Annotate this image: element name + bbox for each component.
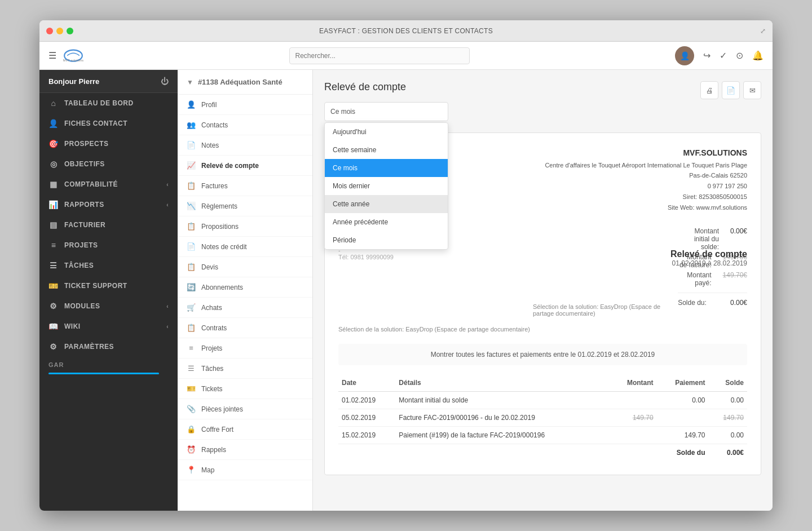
svg-text:MVF solutions: MVF solutions: [63, 59, 83, 62]
nav-item-achats[interactable]: 🛒 Achats: [178, 298, 312, 318]
nav-item-contrats[interactable]: 📋 Contrats: [178, 318, 312, 338]
email-button[interactable]: ✉: [743, 81, 761, 99]
dropdown-option-mois-dernier[interactable]: Mois dernier: [325, 177, 448, 195]
sidebar-item-fiches-contact[interactable]: 👤 FICHES CONTACT: [39, 113, 178, 134]
sidebar-item-objectifs[interactable]: ◎ OBJECTIFS: [39, 154, 178, 174]
sidebar-label-ticket-support: TICKET SUPPORT: [64, 282, 127, 290]
export-icon: 📄: [726, 86, 735, 95]
nav-item-contacts[interactable]: 👥 Contacts: [178, 115, 312, 135]
back-arrow-icon[interactable]: ▼: [187, 78, 193, 86]
parametres-icon: ⚙: [48, 342, 59, 351]
notes-icon: 📄: [187, 141, 196, 149]
sidebar-item-parametres[interactable]: ⚙ PARAMÈTRES: [39, 337, 178, 357]
nav-item-coffre-fort[interactable]: 🔒 Coffre Fort: [178, 419, 312, 440]
sidebar-item-tableau-de-bord[interactable]: ⌂ TABLEAU DE BORD: [39, 93, 178, 113]
nav-item-notes[interactable]: 📄 Notes: [178, 135, 312, 156]
power-icon[interactable]: ⏻: [161, 77, 169, 86]
sidebar-item-modules[interactable]: ⚙ MODULES ‹: [39, 296, 178, 316]
nav-item-releve-de-compte[interactable]: 📈 Relevé de compte: [178, 156, 312, 176]
propositions-icon: 📋: [187, 222, 196, 231]
sidebar-item-rapports[interactable]: 📊 RAPPORTS ‹: [39, 194, 178, 215]
nav-label-rappels: Rappels: [201, 446, 226, 454]
company-siret: Siret: 82530850500015: [545, 192, 747, 202]
row3-montant: [610, 427, 656, 444]
nav-item-map[interactable]: 📍 Map: [178, 460, 312, 480]
nav-item-taches[interactable]: ☰ Tâches: [178, 359, 312, 379]
hamburger-menu-icon[interactable]: ☰: [48, 50, 56, 61]
factures-icon: 📋: [187, 182, 196, 190]
fullscreen-button[interactable]: [67, 28, 73, 34]
chevron-icon: ‹: [166, 182, 169, 188]
contact-nav-panel: ▼ #1138 Adéquation Santé 👤 Profil 👥 Cont…: [178, 70, 313, 511]
nav-item-notes-de-credit[interactable]: 📄 Notes de crédit: [178, 237, 312, 257]
check-icon[interactable]: ✓: [720, 50, 727, 61]
clock-icon[interactable]: ⊙: [736, 50, 743, 61]
footer-empty: [338, 444, 610, 462]
solution-row: Sélection de la solution: EasyDrop (Espa…: [338, 324, 747, 335]
nav-label-reglements: Règlements: [201, 202, 237, 210]
email-icon: ✉: [749, 86, 756, 95]
nav-item-reglements[interactable]: 📉 Règlements: [178, 196, 312, 216]
row2-paiement: [657, 409, 709, 427]
row1-montant: [610, 392, 656, 409]
nav-label-notes: Notes: [201, 141, 219, 149]
sidebar-label-parametres: PARAMÈTRES: [64, 343, 114, 351]
sidebar-item-comptabilite[interactable]: ▦ COMPTABILITÉ ‹: [39, 174, 178, 194]
table-row: 15.02.2019 Paiement (#199) de la facture…: [338, 427, 747, 444]
montant-paye-value: 149.70€: [723, 271, 747, 287]
solution-label: Sélection de la solution: EasyDrop (Espa…: [338, 326, 530, 333]
avatar[interactable]: 👤: [675, 46, 694, 65]
main-layout: Bonjour Pierre ⏻ ⌂ TABLEAU DE BORD 👤 FIC…: [39, 70, 773, 511]
close-button[interactable]: [46, 28, 53, 34]
period-dropdown-trigger[interactable]: Ce mois: [324, 102, 448, 121]
nav-item-rappels[interactable]: ⏰ Rappels: [178, 440, 312, 460]
table-footer-row: Solde du 0.00€: [338, 444, 747, 462]
company-address2: Pas-de-Calais 62520: [545, 170, 747, 181]
dropdown-option-cette-annee[interactable]: Cette année: [325, 195, 448, 213]
sidebar-user: Bonjour Pierre ⏻: [39, 70, 178, 93]
projets-nav-icon: ≡: [187, 344, 196, 352]
window-title: EASYFACT : GESTION DES CLIENTS ET CONTAC…: [319, 27, 493, 35]
pieces-jointes-icon: 📎: [187, 405, 196, 413]
sidebar-item-taches[interactable]: ☰ TÂCHES: [39, 255, 178, 276]
nav-item-pieces-jointes[interactable]: 📎 Pièces jointes: [178, 399, 312, 419]
minimize-button[interactable]: [56, 28, 63, 34]
expand-icon[interactable]: ⤢: [760, 27, 766, 35]
nav-label-factures: Factures: [201, 182, 228, 190]
dropdown-option-cette-semaine[interactable]: Cette semaine: [325, 141, 448, 159]
nav-item-propositions[interactable]: 📋 Propositions: [178, 216, 312, 237]
profil-icon: 👤: [187, 100, 196, 109]
sidebar-item-ticket-support[interactable]: 🎫 TICKET SUPPORT: [39, 276, 178, 296]
sidebar-item-wiki[interactable]: 📖 WIKI ‹: [39, 316, 178, 337]
nav-label-devis: Devis: [201, 263, 218, 271]
sidebar-label-rapports: RAPPORTS: [64, 201, 104, 209]
row1-solde: 0.00: [708, 392, 747, 409]
row2-solde: 149.70: [708, 409, 747, 427]
topbar-actions: 👤 ↪ ✓ ⊙ 🔔: [675, 46, 764, 65]
gar-progress-bar: [48, 373, 159, 374]
bell-icon[interactable]: 🔔: [752, 50, 764, 61]
export-button[interactable]: 📄: [722, 81, 740, 99]
dropdown-option-ce-mois[interactable]: Ce mois: [325, 159, 448, 177]
nav-item-tickets[interactable]: 🎫 Tickets: [178, 379, 312, 399]
nav-item-projets[interactable]: ≡ Projets: [178, 338, 312, 359]
sidebar-item-facturier[interactable]: ▤ FACTURIER: [39, 215, 178, 235]
nav-item-abonnements[interactable]: 🔄 Abonnements: [178, 277, 312, 298]
dropdown-option-annee-precedente[interactable]: Année précédente: [325, 213, 448, 231]
nav-item-devis[interactable]: 📋 Devis: [178, 257, 312, 277]
nav-item-factures[interactable]: 📋 Factures: [178, 176, 312, 196]
client-phone: Tél: 0981 99990099: [338, 254, 401, 260]
row2-date: 05.02.2019: [338, 409, 395, 427]
search-input[interactable]: [289, 47, 470, 64]
sidebar-label-comptabilite: COMPTABILITÉ: [64, 180, 118, 188]
objectifs-icon: ◎: [48, 160, 59, 169]
nav-label-contrats: Contrats: [201, 324, 227, 332]
nav-item-profil[interactable]: 👤 Profil: [178, 95, 312, 115]
sidebar-item-prospects[interactable]: 🎯 PROSPECTS: [39, 134, 178, 154]
dropdown-option-periode[interactable]: Période: [325, 231, 448, 249]
row1-date: 01.02.2019: [338, 392, 395, 409]
dropdown-option-aujourdhui[interactable]: Aujourd'hui: [325, 123, 448, 141]
print-button[interactable]: 🖨: [700, 81, 718, 99]
share-icon[interactable]: ↪: [703, 50, 710, 61]
sidebar-item-projets[interactable]: ≡ PROJETS: [39, 235, 178, 255]
